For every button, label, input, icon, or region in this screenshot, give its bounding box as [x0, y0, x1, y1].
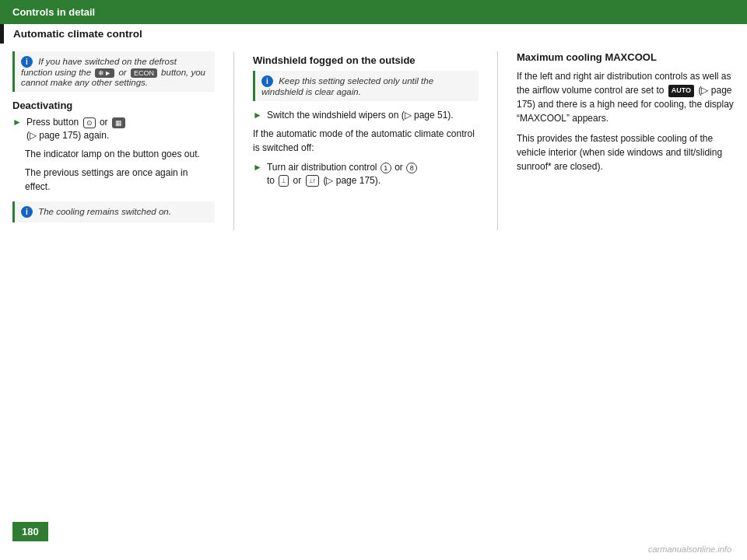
circle-8: 8	[406, 163, 417, 173]
bullet-arrow-2: ►	[253, 110, 262, 121]
indent-text-2: The previous settings are once again in …	[25, 166, 215, 194]
auto-badge: AUTO	[668, 85, 694, 97]
header-bar: Controls in detail	[0, 0, 747, 24]
info-icon: i	[21, 56, 33, 68]
info-icon-3: i	[261, 75, 273, 87]
watermark: carmanualsonline.info	[648, 544, 731, 554]
press-btn-icon2: ▦	[112, 117, 125, 129]
vent-icon-2: ⟂↑	[306, 175, 320, 187]
page-wrapper: Controls in detail Automatic climate con…	[0, 0, 747, 560]
windshield-heading: Windshield fogged on the outside	[253, 54, 479, 66]
section-title-bar: Automatic climate control	[0, 24, 747, 44]
col-divider-1	[233, 51, 234, 230]
info-box-defrost: i If you have switched on the defrost fu…	[12, 51, 215, 92]
bullet-arrow-3: ►	[253, 162, 262, 173]
page-number: 180	[22, 526, 39, 537]
maxcool-para2: This provides the fastest possible cooli…	[517, 131, 735, 173]
vent-icon-1: ⟂	[279, 175, 289, 187]
or-label: or	[118, 68, 128, 77]
defrost-btn-icon2: ECON	[131, 68, 157, 78]
maxcool-para1: If the left and right air distribution c…	[517, 69, 735, 125]
page-number-box: 180	[12, 522, 48, 541]
section-title: Automatic climate control	[13, 28, 142, 40]
col-left: i If you have switched on the defrost fu…	[12, 51, 215, 230]
col-middle: Windshield fogged on the outside i Keep …	[253, 51, 479, 230]
bullet-arrow-1: ►	[12, 117, 22, 128]
maxcool-heading: Maximum cooling MAXCOOL	[517, 51, 735, 63]
air-dist-bullet: ► Turn air distribution control 1 or 8 t…	[253, 161, 479, 187]
press-btn-icon1: ⊙	[83, 117, 96, 129]
col-divider-2	[497, 51, 498, 230]
air-dist-text: Turn air distribution control 1 or 8 to …	[267, 161, 418, 187]
indent-text-1: The indicator lamp on the button goes ou…	[25, 147, 215, 161]
auto-mode-text: If the automatic mode of the automatic c…	[253, 127, 479, 155]
circle-1: 1	[381, 163, 391, 173]
info-box-cooling: i The cooling remains switched on.	[12, 201, 215, 222]
bullet-text-1: Press button ⊙ or ▦ (▷ page 175) again.	[26, 116, 127, 142]
windshield-bullet-text: Switch the windshield wipers on (▷ page …	[267, 109, 454, 122]
content-area: i If you have switched on the defrost fu…	[0, 44, 747, 238]
header-title: Controls in detail	[12, 6, 95, 18]
windshield-note: Keep this setting selected only until th…	[261, 76, 433, 96]
info-box-windshield: i Keep this setting selected only until …	[253, 71, 479, 101]
cooling-note: The cooling remains switched on.	[38, 206, 171, 215]
defrost-btn-icon1: ❄►	[95, 68, 114, 78]
deactivating-title: Deactivating	[12, 100, 215, 111]
deactivating-bullet1: ► Press button ⊙ or ▦ (▷ page 175) again…	[12, 116, 215, 142]
col-right: Maximum cooling MAXCOOL If the left and …	[517, 51, 735, 230]
windshield-bullet1: ► Switch the windshield wipers on (▷ pag…	[253, 109, 479, 122]
info-icon-2: i	[21, 206, 33, 218]
